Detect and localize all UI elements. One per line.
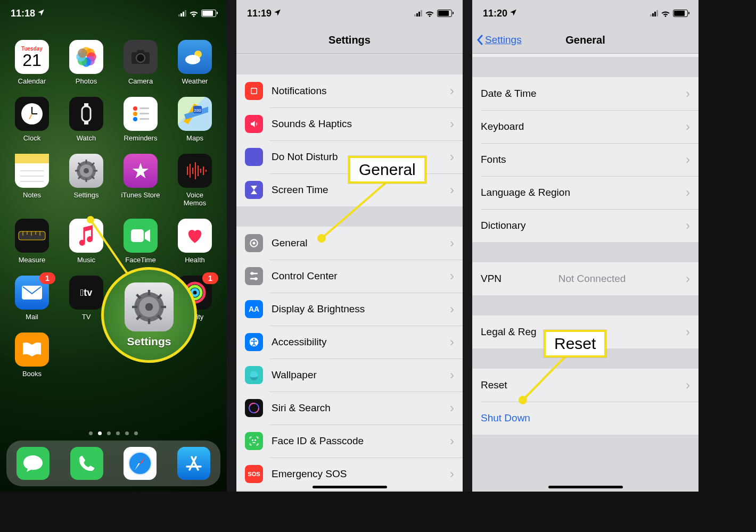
row-label: Wallpaper xyxy=(272,369,317,381)
dock-safari[interactable] xyxy=(124,447,157,480)
row-label: Siri & Search xyxy=(272,402,331,414)
panel-divider xyxy=(463,0,472,492)
svg-point-95 xyxy=(252,440,253,441)
sos-icon: SOS xyxy=(245,465,263,483)
dock xyxy=(6,440,220,486)
row-label: Accessibility xyxy=(272,336,326,348)
svg-line-79 xyxy=(158,315,161,319)
svg-line-81 xyxy=(158,294,161,298)
home-indicator[interactable] xyxy=(313,486,387,488)
row-label: Face ID & Passcode xyxy=(272,435,364,447)
row-accessibility[interactable]: Accessibility› xyxy=(236,326,463,359)
chevron-right-icon: › xyxy=(450,467,454,481)
svg-point-91 xyxy=(253,338,254,340)
svg-line-99 xyxy=(523,356,565,400)
page-indicator[interactable] xyxy=(0,431,227,435)
svg-line-80 xyxy=(137,315,141,319)
row-siri-search[interactable]: Siri & Search› xyxy=(236,392,463,425)
row-faceid-passcode[interactable]: Face ID & Passcode› xyxy=(236,425,463,458)
svg-point-73 xyxy=(145,303,153,311)
svg-line-97 xyxy=(322,184,385,238)
chevron-right-icon: › xyxy=(450,401,454,415)
svg-point-98 xyxy=(317,234,326,243)
chevron-right-icon: › xyxy=(450,368,454,383)
row-wallpaper[interactable]: Wallpaper› xyxy=(236,359,463,392)
accessibility-icon xyxy=(245,333,263,351)
dock-appstore[interactable] xyxy=(177,447,210,480)
wallpaper-icon xyxy=(245,366,263,384)
callout-reset: Reset xyxy=(544,330,606,358)
svg-point-100 xyxy=(519,396,527,404)
settings-root-panel: 11:19 Settings Notifications› Sounds & H… xyxy=(236,0,463,492)
panel-divider xyxy=(227,0,236,492)
home-indicator[interactable] xyxy=(548,486,623,488)
svg-line-78 xyxy=(137,294,141,298)
svg-point-70 xyxy=(87,216,94,223)
chevron-right-icon: › xyxy=(450,434,454,448)
siri-icon xyxy=(245,399,263,417)
settings-icon-large xyxy=(125,282,174,331)
faceid-icon xyxy=(245,432,263,450)
callout-leader xyxy=(472,0,699,481)
svg-point-96 xyxy=(255,440,256,441)
home-screen-panel: 11:18 Tuesday 21 Calendar Photos Came xyxy=(0,0,227,492)
callout-zoom-label: Settings xyxy=(127,335,171,348)
chevron-right-icon: › xyxy=(450,335,454,350)
dock-messages[interactable] xyxy=(17,447,50,480)
callout-zoom-settings: Settings xyxy=(101,267,197,363)
settings-general-panel: 11:20 Settings General Background App Re… xyxy=(472,0,699,492)
callout-general: General xyxy=(348,156,426,184)
row-label: Emergency SOS xyxy=(272,468,347,480)
dock-phone[interactable] xyxy=(70,447,103,480)
